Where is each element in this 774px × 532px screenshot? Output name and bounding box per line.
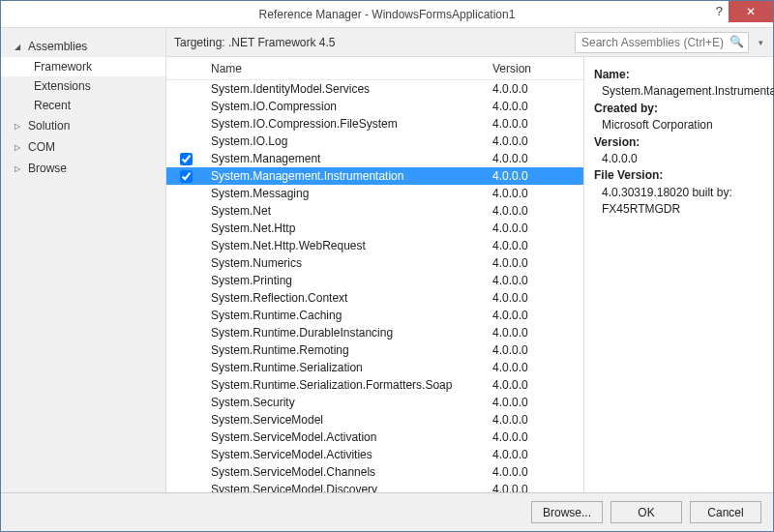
- assembly-name: System.ServiceModel.Activities: [205, 448, 487, 461]
- sidebar-group-label: Assemblies: [28, 40, 87, 53]
- assembly-row[interactable]: System.Reflection.Context4.0.0.0: [166, 289, 583, 307]
- assembly-row[interactable]: System.Numerics4.0.0.0: [166, 254, 583, 272]
- assembly-version: 4.0.0.0: [487, 82, 583, 96]
- assembly-name: System.Net: [205, 204, 487, 218]
- titlebar: Reference Manager - WindowsFormsApplicat…: [1, 1, 773, 28]
- assembly-row[interactable]: System.IO.Compression.FileSystem4.0.0.0: [166, 115, 583, 133]
- assembly-name: System.ServiceModel: [205, 413, 487, 427]
- assembly-version: 4.0.0.0: [487, 274, 583, 287]
- help-icon[interactable]: ?: [716, 4, 723, 18]
- list-body[interactable]: System.IdentityModel.Services4.0.0.0Syst…: [166, 80, 583, 492]
- col-version-header[interactable]: Version: [487, 62, 583, 75]
- assembly-row[interactable]: System.ServiceModel4.0.0.0: [166, 411, 583, 429]
- assembly-row[interactable]: System.Runtime.Serialization.Formatters.…: [166, 376, 583, 394]
- assembly-version: 4.0.0.0: [487, 239, 583, 252]
- detail-pane: Name: System.Management.Instrumentation …: [584, 57, 773, 492]
- detail-created-label: Created by:: [594, 102, 658, 115]
- assembly-row[interactable]: System.Net4.0.0.0: [166, 202, 583, 220]
- assembly-name: System.Messaging: [205, 187, 487, 200]
- assembly-version: 4.0.0.0: [487, 465, 583, 479]
- toolbar: Targeting: .NET Framework 4.5 🔍 ▾: [166, 28, 773, 57]
- assembly-row[interactable]: System.ServiceModel.Activities4.0.0.0: [166, 446, 583, 463]
- assembly-name: System.IO.Compression: [205, 100, 487, 113]
- assembly-name: System.Management.Instrumentation: [205, 169, 487, 183]
- assembly-version: 4.0.0.0: [487, 256, 583, 270]
- browse-button[interactable]: Browse...: [531, 501, 603, 523]
- sidebar-group-label: Solution: [28, 119, 70, 133]
- row-check-cell: [166, 152, 205, 165]
- assembly-name: System.ServiceModel.Activation: [205, 430, 487, 444]
- assembly-row[interactable]: System.IO.Log4.0.0.0: [166, 133, 583, 150]
- assembly-name: System.Runtime.Caching: [205, 309, 487, 322]
- assembly-version: 4.0.0.0: [487, 204, 583, 218]
- sidebar-group-assemblies[interactable]: ◢Assemblies: [1, 36, 165, 57]
- assembly-name: System.ServiceModel.Discovery: [205, 483, 487, 492]
- close-button[interactable]: ✕: [729, 1, 773, 22]
- assembly-name: System.Runtime.DurableInstancing: [205, 326, 487, 340]
- assembly-row[interactable]: System.Printing4.0.0.0: [166, 272, 583, 289]
- detail-name-value: System.Management.Instrumentation: [594, 83, 763, 100]
- footer: Browse... OK Cancel: [1, 492, 773, 531]
- assembly-row[interactable]: System.ServiceModel.Channels4.0.0.0: [166, 463, 583, 481]
- ok-button[interactable]: OK: [610, 501, 682, 523]
- sidebar-group-browse[interactable]: ▷Browse: [1, 158, 165, 179]
- sidebar-group-label: COM: [28, 140, 55, 154]
- assembly-checkbox[interactable]: [180, 170, 193, 183]
- sidebar: ◢AssembliesFrameworkExtensionsRecent▷Sol…: [1, 28, 165, 492]
- assembly-row[interactable]: System.Management4.0.0.0: [166, 150, 583, 167]
- row-check-cell: [166, 169, 205, 183]
- assembly-version: 4.0.0.0: [487, 430, 583, 444]
- search-icon[interactable]: 🔍: [729, 35, 744, 48]
- assembly-row[interactable]: System.Net.Http.WebRequest4.0.0.0: [166, 237, 583, 254]
- search-input[interactable]: [575, 32, 749, 53]
- sidebar-item-extensions[interactable]: Extensions: [1, 76, 165, 96]
- assembly-row[interactable]: System.Runtime.Serialization4.0.0.0: [166, 359, 583, 376]
- assembly-row[interactable]: System.Runtime.Remoting4.0.0.0: [166, 341, 583, 359]
- content: Name Version System.IdentityModel.Servic…: [166, 57, 773, 492]
- assembly-version: 4.0.0.0: [487, 187, 583, 200]
- detail-filever-label: File Version:: [594, 168, 663, 182]
- detail-filever-value: 4.0.30319.18020 built by: FX45RTMGDR: [594, 185, 763, 219]
- sidebar-group-com[interactable]: ▷COM: [1, 136, 165, 158]
- assembly-name: System.Printing: [205, 274, 487, 287]
- assembly-name: System.IdentityModel.Services: [205, 82, 487, 96]
- assembly-row[interactable]: System.ServiceModel.Activation4.0.0.0: [166, 429, 583, 446]
- assembly-row[interactable]: System.Messaging4.0.0.0: [166, 185, 583, 202]
- assembly-version: 4.0.0.0: [487, 169, 583, 183]
- assembly-row[interactable]: System.Net.Http4.0.0.0: [166, 220, 583, 237]
- assembly-version: 4.0.0.0: [487, 396, 583, 409]
- assembly-row[interactable]: System.Runtime.Caching4.0.0.0: [166, 307, 583, 324]
- sidebar-item-recent[interactable]: Recent: [1, 96, 165, 115]
- assembly-name: System.Runtime.Remoting: [205, 343, 487, 357]
- assembly-version: 4.0.0.0: [487, 361, 583, 374]
- cancel-button[interactable]: Cancel: [690, 501, 761, 523]
- close-icon: ✕: [746, 5, 756, 18]
- assembly-version: 4.0.0.0: [487, 117, 583, 131]
- col-name-header[interactable]: Name: [205, 62, 487, 75]
- assembly-name: System.Net.Http: [205, 222, 487, 235]
- assembly-row[interactable]: System.ServiceModel.Discovery4.0.0.0: [166, 481, 583, 492]
- assembly-name: System.Management: [205, 152, 487, 165]
- sidebar-item-framework[interactable]: Framework: [1, 57, 165, 76]
- assembly-version: 4.0.0.0: [487, 326, 583, 340]
- assembly-row[interactable]: System.Runtime.DurableInstancing4.0.0.0: [166, 324, 583, 341]
- assembly-checkbox[interactable]: [180, 153, 193, 165]
- search-dropdown-icon[interactable]: ▾: [757, 38, 765, 47]
- detail-name-label: Name:: [594, 68, 630, 81]
- assembly-row[interactable]: System.Management.Instrumentation4.0.0.0: [166, 167, 583, 185]
- chevron-right-icon: ▷: [15, 122, 22, 131]
- assembly-version: 4.0.0.0: [487, 152, 583, 165]
- assembly-version: 4.0.0.0: [487, 378, 583, 392]
- assembly-name: System.Numerics: [205, 256, 487, 270]
- sidebar-group-solution[interactable]: ▷Solution: [1, 115, 165, 136]
- assembly-row[interactable]: System.IO.Compression4.0.0.0: [166, 98, 583, 115]
- assembly-row[interactable]: System.Security4.0.0.0: [166, 394, 583, 411]
- assembly-version: 4.0.0.0: [487, 448, 583, 461]
- assembly-version: 4.0.0.0: [487, 222, 583, 235]
- assembly-row[interactable]: System.IdentityModel.Services4.0.0.0: [166, 80, 583, 98]
- assembly-version: 4.0.0.0: [487, 134, 583, 148]
- assembly-name: System.Runtime.Serialization: [205, 361, 487, 374]
- assembly-version: 4.0.0.0: [487, 100, 583, 113]
- assembly-name: System.Security: [205, 396, 487, 409]
- body: ◢AssembliesFrameworkExtensionsRecent▷Sol…: [1, 28, 773, 492]
